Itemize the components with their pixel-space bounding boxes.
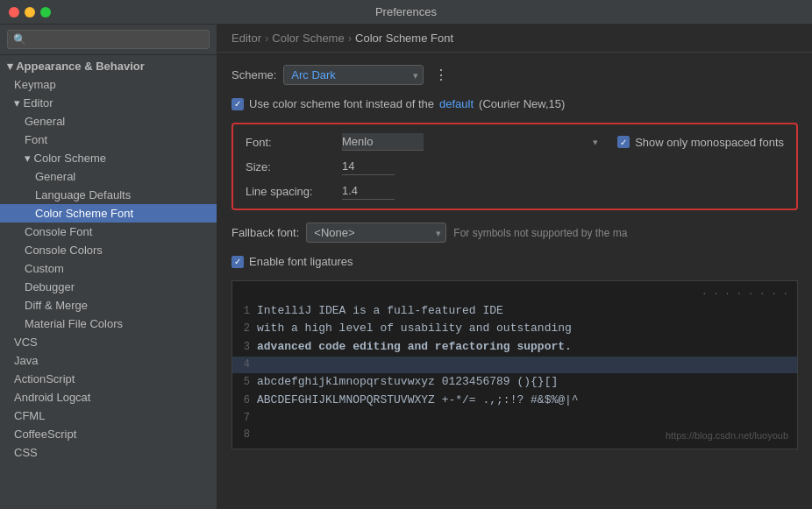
preview-code-3: advanced code editing and refactoring su… xyxy=(257,338,797,357)
default-link[interactable]: default xyxy=(439,97,474,110)
use-colorscheme-font-checkbox[interactable]: ✓ xyxy=(231,98,244,110)
sidebar: ▾ Appearance & BehaviorKeymap▾ EditorGen… xyxy=(0,25,217,509)
line-spacing-label: Line spacing: xyxy=(246,185,342,198)
preview-code-6: ABCDEFGHIJKLMNOPQRSTUVWXYZ +-*/= .,;:!? … xyxy=(257,392,797,410)
fallback-hint: For symbols not supported by the ma xyxy=(453,227,627,239)
breadcrumb-current: Color Scheme Font xyxy=(355,32,453,45)
ligatures-label: Enable font ligatures xyxy=(249,255,353,268)
ligatures-checkbox[interactable]: ✓ xyxy=(231,256,244,268)
fallback-font-row: Fallback font: <None> For symbols not su… xyxy=(231,223,798,243)
scheme-more-button[interactable]: ⋮ xyxy=(431,67,452,83)
sidebar-item-consolecolors[interactable]: Console Colors xyxy=(0,241,217,259)
sidebar-item-diffmerge[interactable]: Diff & Merge xyxy=(0,296,217,315)
font-name-row: Font: Menlo Courier New Monaco ✓ Show on… xyxy=(246,133,784,151)
line-num-3: 3 xyxy=(232,339,257,356)
sidebar-item-cs-font[interactable]: Color Scheme Font xyxy=(0,204,217,223)
sidebar-item-coffeescript[interactable]: CoffeeScript xyxy=(0,425,217,443)
preview-line-7: 7 xyxy=(232,410,797,427)
sidebar-item-actionscript[interactable]: ActionScript xyxy=(0,370,217,388)
font-panel: Font: Menlo Courier New Monaco ✓ Show on… xyxy=(231,123,798,210)
sidebar-item-appearance[interactable]: ▾ Appearance & Behavior xyxy=(0,57,217,75)
font-name-dropdown-wrap: Menlo Courier New Monaco xyxy=(342,133,600,151)
line-num-7: 7 xyxy=(232,410,257,427)
sidebar-item-custom[interactable]: Custom xyxy=(0,259,217,278)
sidebar-item-debugger[interactable]: Debugger xyxy=(0,278,217,296)
font-name-label: Font: xyxy=(246,136,342,149)
font-name-dropdown[interactable]: Menlo Courier New Monaco xyxy=(342,133,424,151)
font-size-label: Size: xyxy=(246,160,342,173)
search-bar[interactable] xyxy=(0,25,217,55)
use-colorscheme-font-label-after: (Courier New,15) xyxy=(479,97,565,110)
sidebar-item-androidlogcat[interactable]: Android Logcat xyxy=(0,388,217,406)
font-size-input[interactable] xyxy=(342,158,395,175)
sidebar-item-vcs[interactable]: VCS xyxy=(0,333,217,351)
content-panel: Editor › Color Scheme › Color Scheme Fon… xyxy=(217,25,812,509)
monospaced-label: Show only monospaced fonts xyxy=(635,136,784,149)
preview-area: · · · · · · · · 1 IntelliJ IDEA is a ful… xyxy=(231,280,798,449)
preview-watermark: https://blog.csdn.net/luoyoub xyxy=(666,428,788,444)
titlebar: Preferences xyxy=(0,0,812,25)
window-controls xyxy=(9,7,51,18)
preview-line-3: 3 advanced code editing and refactoring … xyxy=(232,338,797,357)
monospaced-check-row: ✓ Show only monospaced fonts xyxy=(617,136,784,149)
sidebar-item-general[interactable]: General xyxy=(0,112,217,131)
preview-line-4: 4 xyxy=(232,357,797,373)
use-colorscheme-font-row: ✓ Use color scheme font instead of the d… xyxy=(231,97,798,110)
font-size-row: Size: xyxy=(246,158,784,175)
breadcrumb-colorscheme[interactable]: Color Scheme xyxy=(272,32,344,45)
maximize-button[interactable] xyxy=(40,7,51,18)
sidebar-item-editor[interactable]: ▾ Editor xyxy=(0,94,217,112)
fallback-dropdown[interactable]: <None> xyxy=(306,223,446,243)
breadcrumb-editor[interactable]: Editor xyxy=(231,32,261,45)
sidebar-nav: ▾ Appearance & BehaviorKeymap▾ EditorGen… xyxy=(0,55,217,463)
sidebar-item-font[interactable]: Font xyxy=(0,131,217,149)
content-body: Scheme: Arc Dark Default Monokai Darcula… xyxy=(217,53,812,509)
sidebar-item-css[interactable]: CSS xyxy=(0,443,217,462)
close-button[interactable] xyxy=(9,7,19,18)
sidebar-item-java[interactable]: Java xyxy=(0,351,217,370)
preview-line-6: 6 ABCDEFGHIJKLMNOPQRSTUVWXYZ +-*/= .,;:!… xyxy=(232,392,797,410)
sidebar-item-cs-langdefaults[interactable]: Language Defaults xyxy=(0,186,217,204)
breadcrumb: Editor › Color Scheme › Color Scheme Fon… xyxy=(217,25,812,53)
line-num-4: 4 xyxy=(232,357,257,373)
scheme-label: Scheme: xyxy=(231,68,276,81)
preview-dots: · · · · · · · · xyxy=(232,286,797,302)
preview-line-2: 2 with a high level of usability and out… xyxy=(232,320,797,338)
preview-line-1: 1 IntelliJ IDEA is a full-featured IDE xyxy=(232,302,797,321)
search-input[interactable] xyxy=(7,30,210,49)
fallback-dropdown-wrap: <None> xyxy=(306,223,446,243)
line-num-5: 5 xyxy=(232,374,257,391)
main-container: ▾ Appearance & BehaviorKeymap▾ EditorGen… xyxy=(0,25,812,509)
monospaced-checkbox[interactable]: ✓ xyxy=(617,136,630,148)
ligatures-row: ✓ Enable font ligatures xyxy=(231,255,798,268)
sidebar-item-materialfilecolors[interactable]: Material File Colors xyxy=(0,315,217,333)
scheme-dropdown-wrap: Arc Dark Default Monokai Darcula xyxy=(283,65,424,85)
sidebar-item-cfml[interactable]: CFML xyxy=(0,406,217,425)
sidebar-item-colorscheme[interactable]: ▾ Color Scheme xyxy=(0,149,217,167)
scheme-row: Scheme: Arc Dark Default Monokai Darcula… xyxy=(231,65,798,85)
line-num-1: 1 xyxy=(232,303,257,320)
window-title: Preferences xyxy=(375,5,437,18)
line-spacing-row: Line spacing: xyxy=(246,182,784,200)
use-colorscheme-font-label-before: Use color scheme font instead of the xyxy=(249,97,434,110)
minimize-button[interactable] xyxy=(25,7,35,18)
scheme-dropdown[interactable]: Arc Dark Default Monokai Darcula xyxy=(283,65,424,85)
line-num-6: 6 xyxy=(232,392,257,409)
preview-code-1: IntelliJ IDEA is a full-featured IDE xyxy=(257,302,797,321)
preview-line-5: 5 abcdefghijklmnopqrstuvwxyz 0123456789 … xyxy=(232,373,797,392)
breadcrumb-sep1: › xyxy=(265,32,268,45)
line-spacing-input[interactable] xyxy=(342,182,395,200)
line-num-2: 2 xyxy=(232,321,257,337)
sidebar-item-keymap[interactable]: Keymap xyxy=(0,75,217,94)
sidebar-item-consolefont[interactable]: Console Font xyxy=(0,223,217,241)
fallback-font-label: Fallback font: xyxy=(231,226,299,239)
line-num-8: 8 xyxy=(232,427,257,443)
preview-code-2: with a high level of usability and outst… xyxy=(257,320,797,338)
breadcrumb-sep2: › xyxy=(348,32,352,45)
preview-code-5: abcdefghijklmnopqrstuvwxyz 0123456789 ()… xyxy=(257,373,797,392)
sidebar-item-cs-general[interactable]: General xyxy=(0,167,217,186)
